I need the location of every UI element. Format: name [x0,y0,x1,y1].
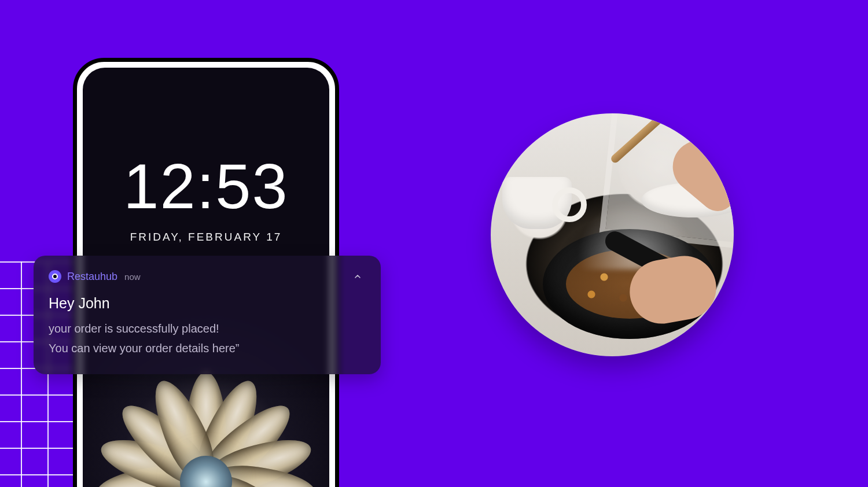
wallpaper-flower [84,360,328,487]
lockscreen-time: 12:53 [83,154,329,218]
hero-circle-image [491,113,734,356]
chevron-up-icon[interactable] [350,268,366,285]
lockscreen-clock-area: 12:53 FRIDAY, FEBRUARY 17 [83,154,329,244]
notification-header: Restauhub now [49,268,366,285]
notification-body-line1: your order is successfully placed! [49,319,366,338]
notification-app-name: Restauhub [67,271,117,283]
notification-body: your order is successfully placed! You c… [49,319,366,358]
notification-timestamp: now [124,272,141,282]
notification-body-line2: You can view your order details here” [49,338,366,358]
lockscreen-date: FRIDAY, FEBRUARY 17 [83,231,329,244]
notification-card[interactable]: Restauhub now Hey John your order is suc… [34,256,381,374]
notification-title: Hey John [49,295,366,312]
restauhub-app-icon [49,270,61,283]
